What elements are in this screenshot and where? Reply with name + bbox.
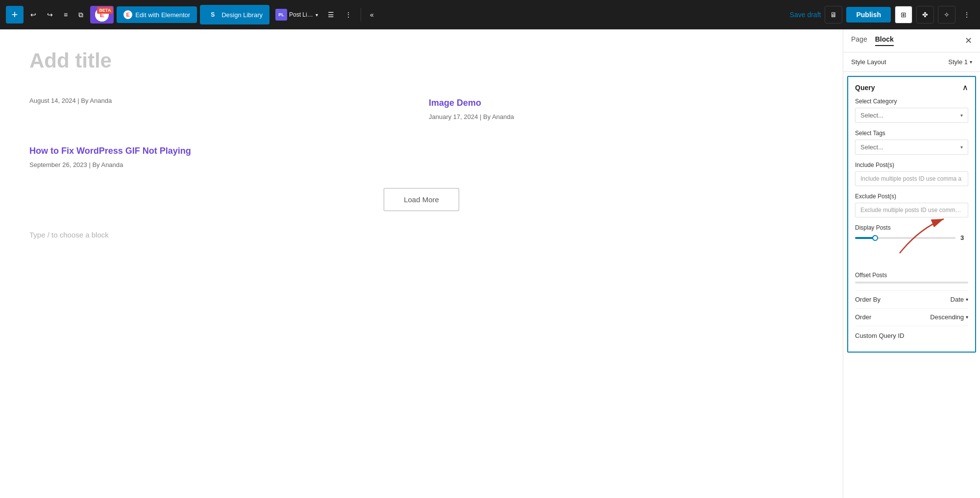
select-tags-label: Select Tags	[855, 130, 968, 137]
list-view-button[interactable]: ☰	[324, 8, 338, 22]
patterns-icon: ✤	[922, 11, 928, 19]
query-header[interactable]: Query ∧	[848, 77, 975, 98]
query-chevron-up-icon: ∧	[962, 83, 968, 92]
ai-button[interactable]: ✧	[938, 6, 956, 24]
elementor-e-icon: E	[123, 10, 132, 19]
post-listing-icon: PL	[275, 9, 287, 21]
copy-icon: ⧉	[78, 11, 83, 19]
block-placeholder[interactable]: Type / to choose a block	[29, 231, 813, 239]
tools-icon: ≡	[64, 11, 68, 19]
edit-elementor-label: Edit with Elementor	[135, 11, 190, 19]
order-label: Order	[855, 313, 871, 321]
image-demo-date: January 17, 2024 | By Ananda	[429, 113, 813, 120]
select-tags-value: Select...	[860, 143, 883, 151]
select-category-chevron-icon: ▾	[960, 113, 963, 118]
list-icon: ☰	[328, 11, 334, 19]
save-draft-label: Save draft	[790, 11, 821, 19]
block-view-button[interactable]: ⊞	[895, 6, 912, 24]
offset-posts-label: Offset Posts	[855, 272, 968, 279]
panel-body: Style Layout Style 1 ▾ Query ∧ Select Ca…	[843, 52, 980, 498]
panel-more-button[interactable]: ⋮	[959, 8, 974, 22]
arrow-annotation	[870, 209, 968, 258]
custom-query-row: Custom Query ID	[855, 326, 968, 345]
copy-button[interactable]: ⧉	[74, 8, 87, 22]
main-layout: Add title August 14, 2024 | By Ananda Im…	[0, 29, 980, 498]
order-by-row: Order By Date ▾	[855, 290, 968, 308]
undo-button[interactable]: ↩	[26, 8, 40, 22]
design-library-s-icon: S	[207, 9, 219, 21]
post-item-1: August 14, 2024 | By Ananda	[29, 92, 414, 125]
gif-title-link[interactable]: How to Fix WordPress GIF Not Playing	[29, 145, 414, 157]
collapse-icon: «	[370, 11, 374, 19]
panel-header: Page Block ✕	[843, 29, 980, 52]
include-posts-input[interactable]: Include multiple posts ID use comma a	[855, 171, 968, 186]
query-section: Query ∧ Select Category Select... ▾ S	[847, 76, 976, 353]
order-value: Descending	[930, 313, 964, 321]
order-by-label: Order By	[855, 296, 881, 303]
beta-badge: BETA	[97, 7, 113, 14]
post-listing-label: Post Listi...	[289, 11, 314, 18]
design-library-button[interactable]: S Design Library	[200, 5, 270, 24]
style-layout-row: Style Layout Style 1 ▾	[843, 52, 980, 72]
post-listing-button[interactable]: PL Post Listi... ▾	[272, 7, 321, 23]
panel-more-icon: ⋮	[963, 11, 970, 19]
style-layout-label: Style Layout	[851, 58, 886, 66]
offset-posts-group: Offset Posts	[855, 272, 968, 284]
view-toggle-button[interactable]: 🖥	[825, 6, 842, 24]
block-icon: ⊞	[901, 11, 906, 19]
panel-close-button[interactable]: ✕	[965, 35, 972, 46]
query-body: Select Category Select... ▾ Select Tags …	[848, 98, 975, 352]
ellipsis-icon: ⋮	[345, 11, 352, 19]
close-icon: ✕	[965, 36, 972, 46]
post-grid: August 14, 2024 | By Ananda Image Demo J…	[29, 92, 813, 173]
offset-posts-slider-row	[855, 282, 968, 284]
order-select[interactable]: Descending ▾	[930, 313, 968, 321]
style-layout-select[interactable]: Style 1 ▾	[948, 58, 972, 66]
style-layout-value: Style 1	[948, 58, 968, 66]
redo-icon: ↪	[47, 11, 53, 19]
save-draft-button[interactable]: Save draft	[790, 11, 821, 19]
tab-page[interactable]: Page	[851, 35, 867, 46]
order-row: Order Descending ▾	[855, 308, 968, 326]
image-demo-title-link[interactable]: Image Demo	[429, 97, 813, 109]
title-placeholder[interactable]: Add title	[29, 49, 813, 72]
custom-query-label: Custom Query ID	[855, 332, 904, 339]
editor-area: Add title August 14, 2024 | By Ananda Im…	[0, 29, 843, 498]
publish-button[interactable]: Publish	[846, 7, 891, 23]
order-by-select[interactable]: Date ▾	[951, 296, 968, 303]
select-category-dropdown[interactable]: Select... ▾	[855, 108, 968, 123]
select-tags-dropdown[interactable]: Select... ▾	[855, 140, 968, 155]
order-chevron-icon: ▾	[966, 314, 968, 320]
redo-button[interactable]: ↪	[43, 8, 57, 22]
patterns-button[interactable]: ✤	[916, 6, 934, 24]
publish-label: Publish	[856, 11, 881, 19]
select-tags-group: Select Tags Select... ▾	[855, 130, 968, 155]
post-item-image-demo: Image Demo January 17, 2024 | By Ananda	[429, 92, 813, 125]
select-category-label: Select Category	[855, 98, 968, 105]
offset-posts-slider[interactable]	[855, 282, 968, 284]
undo-icon: ↩	[30, 11, 36, 19]
right-panel: Page Block ✕ Style Layout Style 1 ▾ Quer…	[843, 29, 980, 498]
tab-block[interactable]: Block	[875, 35, 894, 46]
toolbar: + ↩ ↪ ≡ ⧉ E BETA E Edit with Elementor S…	[0, 0, 980, 29]
collapse-button[interactable]: «	[366, 8, 378, 22]
load-more-button[interactable]: Load More	[384, 188, 459, 211]
panel-tabs: Page Block	[851, 35, 894, 46]
desktop-icon: 🖥	[830, 11, 837, 19]
post1-date: August 14, 2024 | By Ananda	[29, 97, 414, 104]
plus-icon: +	[12, 8, 18, 21]
select-tags-chevron-icon: ▾	[960, 144, 963, 150]
post-item-gif: How to Fix WordPress GIF Not Playing Sep…	[29, 140, 414, 173]
style-layout-chevron-icon: ▾	[970, 59, 972, 65]
tools-button[interactable]: ≡	[60, 8, 72, 22]
design-library-label: Design Library	[221, 11, 263, 19]
toolbar-divider	[361, 8, 361, 22]
toolbar-right: Save draft 🖥 Publish ⊞ ✤ ✧ ⋮	[790, 6, 974, 24]
add-block-button[interactable]: +	[6, 6, 24, 24]
elementor-beta-button[interactable]: E BETA	[90, 6, 114, 24]
exclude-posts-label: Exclude Post(s)	[855, 193, 968, 200]
edit-elementor-button[interactable]: E Edit with Elementor	[117, 6, 197, 23]
more-options-button[interactable]: ⋮	[341, 8, 356, 22]
gif-date: September 26, 2023 | By Ananda	[29, 161, 414, 168]
select-category-group: Select Category Select... ▾	[855, 98, 968, 123]
